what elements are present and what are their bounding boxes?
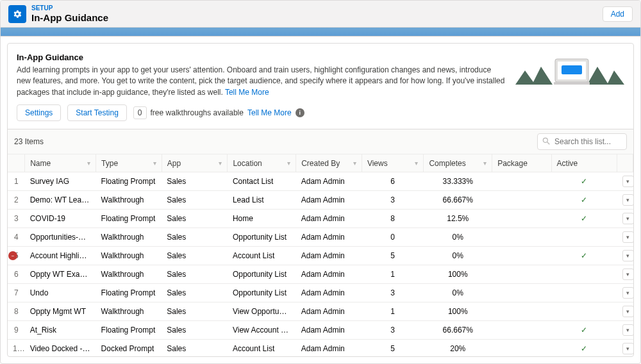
row-index: 8 (8, 302, 25, 321)
cell-package (492, 247, 551, 265)
cell-created-by: Adam Admin (296, 321, 362, 340)
cell-views: 3 (362, 191, 424, 210)
row-action-menu[interactable]: ▾ (622, 231, 633, 243)
col-app[interactable]: App▾ (162, 154, 228, 172)
cell-package (492, 228, 551, 247)
search-input[interactable] (537, 133, 627, 150)
cell-completes: 20% (424, 340, 492, 356)
cell-active: ✓ (551, 210, 617, 228)
cell-type: Floating Prompt (96, 321, 162, 340)
col-completes[interactable]: Completes▾ (424, 154, 492, 172)
cell-name: Video Docked - New... (25, 340, 96, 356)
items-count: 23 Items (14, 137, 44, 146)
cell-completes: 33.333% (424, 172, 492, 191)
tell-me-more-link[interactable]: Tell Me More (225, 88, 269, 97)
cell-package (492, 191, 551, 210)
cell-active (551, 228, 617, 247)
row-index: −5 (8, 247, 25, 265)
cell-location: View Account Record (228, 321, 296, 340)
cell-views: 8 (362, 210, 424, 228)
table-row[interactable]: 7UndoFloating PromptSalesOpportunity Lis… (8, 284, 633, 302)
walkthrough-tell-me-more-link[interactable]: Tell Me More (247, 108, 292, 117)
table-row[interactable]: 1Survey IAGFloating PromptSalesContact L… (8, 172, 633, 191)
search-icon (542, 136, 551, 145)
cell-views: 6 (362, 172, 424, 191)
cell-package (492, 321, 551, 340)
chevron-down-icon: ▾ (353, 160, 356, 167)
info-icon[interactable]: i (296, 108, 304, 117)
col-created-by[interactable]: Created By▾ (296, 154, 362, 172)
cell-app: Sales (162, 321, 228, 340)
row-action-menu[interactable]: ▾ (622, 343, 633, 354)
chevron-down-icon: ▾ (483, 160, 487, 167)
cell-created-by: Adam Admin (296, 210, 362, 228)
cell-name: Oppty Mgmt WT (25, 302, 96, 321)
row-action-menu[interactable]: ▾ (622, 287, 633, 299)
cell-app: Sales (162, 340, 228, 356)
table-row[interactable]: 10Video Docked - New...Docked PromptSale… (8, 340, 633, 356)
svg-marker-0 (515, 67, 553, 85)
cell-name: Opportunities-Case... (25, 228, 96, 247)
cell-package (492, 302, 551, 321)
row-action-menu[interactable]: ▾ (622, 213, 633, 224)
table-row[interactable]: 6Oppty WT Example 2WalkthroughSalesOppor… (8, 265, 633, 284)
col-type[interactable]: Type▾ (96, 154, 162, 172)
svg-rect-4 (562, 65, 582, 74)
row-action-menu[interactable]: ▾ (622, 269, 633, 280)
cell-created-by: Adam Admin (296, 284, 362, 302)
start-testing-button[interactable]: Start Testing (67, 104, 126, 121)
table-row[interactable]: 9At_RiskFloating PromptSalesView Account… (8, 321, 633, 340)
col-name[interactable]: Name▾ (25, 154, 96, 172)
add-button[interactable]: Add (603, 6, 633, 22)
cell-type: Walkthrough (96, 191, 162, 210)
page-title: In-App Guidance (31, 12, 597, 23)
row-action-menu[interactable]: ▾ (622, 250, 633, 261)
cell-location: View Opportunity R... (228, 302, 296, 321)
row-alert-badge: − (8, 251, 17, 260)
cell-created-by: Adam Admin (296, 265, 362, 284)
cell-app: Sales (162, 210, 228, 228)
cell-location: Account List (228, 247, 296, 265)
cell-active (551, 265, 617, 284)
cell-type: Walkthrough (96, 247, 162, 265)
cell-app: Sales (162, 172, 228, 191)
row-action-menu[interactable]: ▾ (622, 194, 633, 206)
setup-app-icon (8, 5, 26, 23)
col-views[interactable]: Views▾ (362, 154, 424, 172)
walkthrough-count: 0 (133, 106, 147, 119)
guidance-table: Name▾ Type▾ App▾ Location▾ Created By▾ V… (8, 154, 633, 356)
cell-name: Account Highlights (25, 247, 96, 265)
cell-active: ✓ (551, 247, 617, 265)
row-action-menu[interactable]: ▾ (622, 324, 633, 336)
cell-completes: 0% (424, 284, 492, 302)
cell-active: ✓ (551, 321, 617, 340)
cell-location: Home (228, 210, 296, 228)
table-row[interactable]: 2Demo: WT Lead Cre...WalkthroughSalesLea… (8, 191, 633, 210)
cell-location: Opportunity List (228, 228, 296, 247)
col-active[interactable]: Active (551, 154, 617, 172)
table-row[interactable]: −5Account HighlightsWalkthroughSalesAcco… (8, 247, 633, 265)
cell-views: 5 (362, 340, 424, 356)
cell-location: Opportunity List (228, 265, 296, 284)
walkthrough-text: free walkthroughs available (151, 108, 244, 117)
cell-created-by: Adam Admin (296, 228, 362, 247)
cell-completes: 12.5% (424, 210, 492, 228)
table-row[interactable]: 8Oppty Mgmt WTWalkthroughSalesView Oppor… (8, 302, 633, 321)
cell-completes: 66.667% (424, 321, 492, 340)
cell-completes: 100% (424, 265, 492, 284)
col-package[interactable]: Package (492, 154, 551, 172)
cell-completes: 66.667% (424, 191, 492, 210)
cell-created-by: Adam Admin (296, 247, 362, 265)
cell-views: 0 (362, 228, 424, 247)
row-action-menu[interactable]: ▾ (622, 176, 633, 187)
cell-views: 5 (362, 247, 424, 265)
table-row[interactable]: 4Opportunities-Case...WalkthroughSalesOp… (8, 228, 633, 247)
settings-button[interactable]: Settings (17, 104, 61, 121)
col-location[interactable]: Location▾ (228, 154, 296, 172)
row-action-menu[interactable]: ▾ (622, 306, 633, 317)
cell-views: 3 (362, 284, 424, 302)
cell-location: Contact List (228, 172, 296, 191)
cell-active: ✓ (551, 191, 617, 210)
table-row[interactable]: 3COVID-19Floating PromptSalesHomeAdam Ad… (8, 210, 633, 228)
cell-package (492, 172, 551, 191)
